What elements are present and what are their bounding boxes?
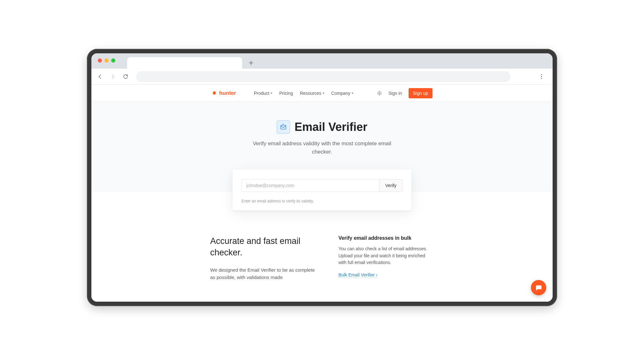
- checker-body: We designed the Email Verifier to be as …: [210, 266, 320, 281]
- nav-company[interactable]: Company ▾: [331, 91, 353, 96]
- nav-label: Product: [254, 91, 269, 96]
- back-button[interactable]: [95, 71, 105, 82]
- page-content: hunter Product ▾ Pricing Resources ▾: [91, 85, 553, 302]
- email-input[interactable]: [242, 179, 379, 192]
- nav-label: Company: [331, 91, 350, 96]
- new-tab-button[interactable]: [247, 58, 256, 67]
- bulk-heading: Verify email addresses in bulk: [338, 235, 434, 241]
- chevron-down-icon: ▾: [323, 91, 324, 95]
- svg-point-0: [541, 74, 542, 75]
- mail-check-icon: [280, 124, 287, 131]
- main-nav: Product ▾ Pricing Resources ▾ Company: [254, 91, 353, 96]
- signin-link[interactable]: Sign in: [388, 91, 402, 96]
- minimize-window-icon[interactable]: [104, 58, 109, 63]
- signup-button[interactable]: Sign up: [409, 88, 433, 98]
- nav-product[interactable]: Product ▾: [254, 91, 272, 96]
- logo[interactable]: hunter: [211, 90, 236, 96]
- address-bar[interactable]: [136, 71, 510, 82]
- logo-text: hunter: [219, 90, 236, 96]
- maximize-window-icon[interactable]: [111, 58, 115, 63]
- reload-icon: [123, 74, 128, 79]
- close-window-icon[interactable]: [98, 58, 102, 63]
- svg-point-2: [541, 78, 542, 79]
- nav-resources[interactable]: Resources ▾: [300, 91, 324, 96]
- chat-widget-button[interactable]: [531, 280, 546, 295]
- nav-pricing[interactable]: Pricing: [279, 91, 293, 96]
- browser-tab-strip: [91, 53, 553, 69]
- chat-icon: [535, 284, 542, 291]
- browser-toolbar: [91, 69, 553, 85]
- verifier-hint: Enter an email address to verify its val…: [241, 199, 402, 203]
- arrow-right-icon: [110, 74, 116, 79]
- bulk-verifier-link[interactable]: Bulk Email Verifier ›: [338, 272, 377, 278]
- bulk-body: You can also check a list of email addre…: [338, 245, 434, 266]
- nav-label: Resources: [300, 91, 321, 96]
- reload-button[interactable]: [120, 71, 131, 82]
- logo-mark-icon: [211, 90, 217, 96]
- active-tab[interactable]: [127, 57, 242, 69]
- verify-button[interactable]: Verify: [379, 179, 402, 192]
- globe-icon: [377, 91, 382, 96]
- hero-title: Email Verifier: [295, 120, 367, 134]
- forward-button[interactable]: [107, 71, 118, 82]
- chevron-down-icon: ▾: [271, 91, 272, 95]
- checker-section: Accurate and fast email checker. We desi…: [210, 235, 320, 281]
- arrow-left-icon: [97, 74, 103, 79]
- svg-rect-4: [281, 125, 286, 129]
- checker-heading: Accurate and fast email checker.: [210, 235, 320, 259]
- bulk-section: Verify email addresses in bulk You can a…: [338, 235, 434, 281]
- site-header: hunter Product ▾ Pricing Resources ▾: [91, 85, 553, 102]
- content-columns: Accurate and fast email checker. We desi…: [204, 210, 440, 281]
- svg-point-1: [541, 76, 542, 77]
- language-switcher[interactable]: [377, 91, 382, 96]
- browser-menu-button[interactable]: [536, 71, 547, 82]
- verifier-icon: [277, 120, 290, 134]
- hero-subtitle: Verify email address validity with the m…: [245, 140, 399, 156]
- plus-icon: [249, 60, 254, 65]
- dots-vertical-icon: [541, 74, 542, 79]
- nav-label: Pricing: [279, 91, 293, 96]
- verifier-card: Verify Enter an email address to verify …: [233, 170, 411, 210]
- chevron-down-icon: ▾: [352, 91, 353, 95]
- window-traffic-lights: [98, 58, 115, 63]
